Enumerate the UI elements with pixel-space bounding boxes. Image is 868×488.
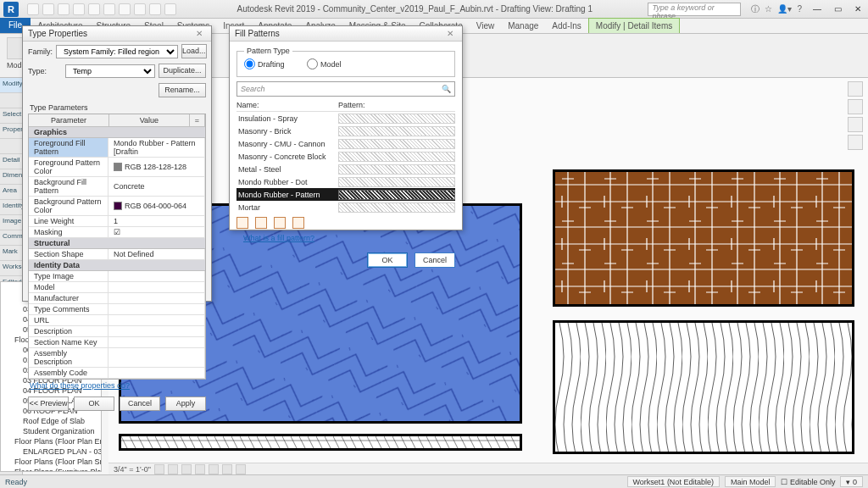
detail-level-icon[interactable]	[154, 464, 164, 474]
palette-tab[interactable]: Mark	[0, 246, 22, 261]
dialog-titlebar[interactable]: Fill Patterns ✕	[230, 26, 462, 42]
hide-icon[interactable]	[236, 464, 246, 474]
apply-button[interactable]: Apply	[165, 396, 206, 411]
pattern-row[interactable]: Masonry - Concrete Block	[236, 150, 455, 163]
view-scale[interactable]: 3/4" = 1'-0"	[114, 465, 151, 474]
help-link[interactable]: What is a fill pattern?	[236, 232, 455, 244]
palette-tab[interactable]: Area	[0, 185, 22, 200]
nav-icon[interactable]	[848, 99, 863, 114]
palette-tab[interactable]	[0, 93, 22, 108]
close-icon[interactable]: ✕	[192, 29, 206, 38]
drawing-canvas[interactable]	[108, 78, 868, 473]
param-row[interactable]: URL	[29, 315, 205, 326]
user-icon[interactable]: 👤▾	[777, 4, 792, 14]
param-row[interactable]: Manufacturer	[29, 293, 205, 304]
ok-button[interactable]: OK	[74, 396, 114, 411]
palette-tab[interactable]: Dimension	[0, 169, 22, 185]
type-select[interactable]: Temp	[65, 64, 155, 78]
dialog-titlebar[interactable]: Type Properties ✕	[23, 26, 211, 42]
tree-node[interactable]: Floor Plans (Floor Plan Enlarged)	[3, 436, 99, 446]
param-row[interactable]: Section Name Key	[29, 337, 205, 348]
account-icons[interactable]: ⓘ ☆ 👤▾ ?	[746, 3, 807, 15]
quick-access-toolbar[interactable]	[22, 3, 181, 15]
palette-tab[interactable]: Identity	[0, 200, 22, 215]
preview-button[interactable]: << Preview	[28, 396, 69, 411]
nav-icon[interactable]	[848, 117, 863, 132]
cancel-button[interactable]: Cancel	[120, 396, 160, 411]
category-graphics[interactable]: Graphics	[29, 127, 205, 138]
tree-node[interactable]: Student Organization	[3, 426, 99, 436]
filled-region-swatch[interactable]	[119, 434, 522, 451]
category-identity[interactable]: Identity Data	[29, 260, 205, 271]
delete-pattern-icon[interactable]	[274, 217, 286, 229]
cancel-button[interactable]: Cancel	[415, 252, 455, 268]
param-row[interactable]: Line Weight1	[29, 216, 205, 227]
pattern-list[interactable]: Insulation - SprayMasonry - BrickMasonry…	[236, 112, 455, 214]
param-row[interactable]: Model	[29, 282, 205, 293]
load-button[interactable]: Load...	[181, 44, 207, 58]
maximize-button[interactable]: ▭	[827, 0, 848, 19]
parameters-grid[interactable]: Parameter Value = Graphics Foreground Fi…	[28, 114, 206, 380]
view-control-bar[interactable]: 3/4" = 1'-0"	[108, 463, 868, 474]
param-row[interactable]: Type Image	[29, 271, 205, 282]
info-icon[interactable]: ⓘ	[751, 3, 760, 15]
palette-tab[interactable]	[0, 139, 22, 154]
search-icon[interactable]: 🔍	[442, 85, 451, 93]
palette-tab[interactable]: Comments	[0, 230, 22, 246]
pattern-row[interactable]: Mondo Rubber - Dot	[236, 175, 455, 188]
visual-style-icon[interactable]	[168, 464, 178, 474]
home-icon[interactable]	[848, 81, 863, 97]
crop-icon[interactable]	[209, 464, 219, 474]
param-row[interactable]: Foreground Pattern ColorRGB 128-128-128	[29, 158, 205, 177]
pattern-row[interactable]: Insulation - Spray	[236, 112, 455, 125]
param-row[interactable]: Assembly Code	[29, 368, 205, 379]
param-row[interactable]: Background Fill PatternConcrete	[29, 177, 205, 197]
pattern-row[interactable]: Masonry - CMU - Cannon	[236, 137, 455, 150]
filter-icon[interactable]: ▾ 0	[840, 476, 863, 487]
nav-icon[interactable]	[848, 135, 863, 150]
palette-tab[interactable]: Workset	[0, 261, 22, 276]
tree-node[interactable]: Floor Plans (Furniture Plan)	[3, 467, 99, 472]
window-controls[interactable]: — ▭ ✕	[807, 0, 868, 19]
param-row[interactable]: Masking☑	[29, 227, 205, 238]
new-pattern-icon[interactable]	[236, 217, 248, 229]
sun-path-icon[interactable]	[181, 464, 192, 474]
view-cube-controls[interactable]	[848, 81, 865, 183]
category-structural[interactable]: Structural	[29, 238, 205, 249]
family-select[interactable]: System Family: Filled region	[56, 45, 178, 58]
tree-node[interactable]: Roof Edge of Slab	[3, 416, 99, 426]
palette-tab[interactable]: Modify	[0, 78, 22, 93]
model-radio[interactable]: Model	[307, 58, 342, 69]
param-row[interactable]: Description	[29, 326, 205, 337]
minimize-button[interactable]: —	[807, 0, 827, 19]
close-icon[interactable]: ✕	[443, 29, 457, 38]
editable-only-checkbox[interactable]: ☐ Editable Only	[781, 478, 835, 486]
palette-tab[interactable]: Image	[0, 215, 22, 230]
ribbon-tab[interactable]: Add-Ins	[545, 19, 587, 33]
ribbon-tab[interactable]: View	[470, 19, 502, 33]
star-icon[interactable]: ☆	[765, 4, 772, 14]
close-button[interactable]: ✕	[848, 0, 868, 19]
param-row[interactable]: Type Comments	[29, 304, 205, 315]
palette-tab[interactable]: Properties	[0, 124, 22, 139]
shadows-icon[interactable]	[195, 464, 205, 474]
palette-tab[interactable]: Detail Item	[0, 154, 22, 169]
pattern-row[interactable]: Mondo Rubber - Pattern	[236, 188, 455, 201]
param-row[interactable]: Section ShapeNot Defined	[29, 249, 205, 260]
help-icon[interactable]: ?	[797, 4, 802, 14]
palette-tab[interactable]: Select	[0, 108, 22, 124]
param-row[interactable]: Assembly Description	[29, 348, 205, 368]
duplicate-button[interactable]: Duplicate...	[159, 64, 206, 78]
help-search-input[interactable]: Type a keyword or phrase	[648, 3, 741, 16]
help-link[interactable]: What do these properties do?	[23, 380, 211, 391]
model-indicator[interactable]: Main Model	[725, 476, 776, 487]
param-row[interactable]: Foreground Fill PatternMondo Rubber - Pa…	[29, 138, 205, 158]
filled-region-swatch[interactable]	[553, 320, 854, 454]
ribbon-tab[interactable]: Manage	[501, 19, 545, 33]
pattern-row[interactable]: Masonry - Brick	[236, 125, 455, 137]
ribbon-tab[interactable]: Modify | Detail Items	[588, 18, 680, 33]
edit-pattern-icon[interactable]	[255, 217, 267, 229]
pattern-toolbar[interactable]	[236, 214, 455, 232]
pattern-row[interactable]: Mortar	[236, 201, 455, 214]
tree-node[interactable]: ENLARGED PLAN - 03	[3, 446, 99, 457]
